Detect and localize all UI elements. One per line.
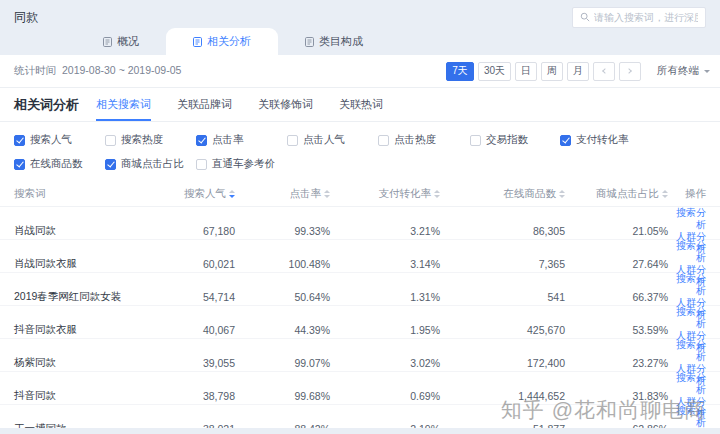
cell-keyword: 肖战同款衣服 <box>14 257 179 271</box>
filter-option[interactable]: 在线商品数 <box>14 157 105 171</box>
column-header: 搜索词 <box>14 187 179 201</box>
cell-actions: 搜索分析人群分析 <box>668 405 706 428</box>
range-button-4[interactable]: 周 <box>541 62 563 81</box>
filter-option[interactable]: 交易指数 <box>470 133 560 147</box>
checkbox[interactable] <box>196 159 207 170</box>
column-header: 搜索人气 <box>179 187 235 201</box>
section-nav: 相关词分析 相关搜索词关联品牌词关联修饰词关联热词 <box>0 88 720 122</box>
cell-search-popularity: 67,180 <box>179 225 235 237</box>
cell-pay-conversion: 3.21% <box>330 225 440 237</box>
column-label: 商城点击占比 <box>596 187 659 199</box>
filter-label: 点击人气 <box>303 133 345 147</box>
cell-mall-click-share: 62.86% <box>565 423 668 428</box>
column-header: 支付转化率 <box>330 187 440 201</box>
next-page-button[interactable] <box>619 62 641 81</box>
tab-related-analysis[interactable]: 相关分析 <box>166 28 278 55</box>
cell-search-popularity: 39,055 <box>179 357 235 369</box>
stat-time-label: 统计时间 <box>14 64 56 78</box>
filter-option[interactable]: 点击率 <box>196 133 287 147</box>
header-tab-label: 类目构成 <box>319 34 363 49</box>
page-title: 同款 <box>14 9 38 26</box>
section-title: 相关词分析 <box>14 96 79 114</box>
header-tab-label: 相关分析 <box>207 34 251 49</box>
filter-label: 点击率 <box>212 133 244 147</box>
checkbox[interactable] <box>378 135 389 146</box>
checkbox[interactable] <box>14 135 25 146</box>
cell-keyword: 王一博同款 <box>14 422 179 428</box>
table-header: 搜索词搜索人气点击率支付转化率在线商品数商城点击占比操作 <box>0 181 720 207</box>
checkbox[interactable] <box>14 159 25 170</box>
range-button-3[interactable]: 日 <box>515 62 537 81</box>
search-analysis-link[interactable]: 搜索分析 <box>668 405 706 428</box>
page: 同款 概况相关分析类目构成 统计时间 2019-08-30 ~ 2019-09-… <box>0 0 720 434</box>
column-header: 操作 <box>668 187 706 201</box>
checkbox[interactable] <box>196 135 207 146</box>
search-analysis-link[interactable]: 搜索分析 <box>668 240 706 264</box>
cell-click-rate: 99.07% <box>235 357 330 369</box>
filter-option[interactable]: 点击热度 <box>378 133 470 147</box>
cell-online-products: 1,444,652 <box>440 390 565 402</box>
checkbox[interactable] <box>105 135 116 146</box>
column-label: 操作 <box>685 187 706 199</box>
cell-keyword: 肖战同款 <box>14 224 179 238</box>
tab-related-brand-words[interactable]: 关联品牌词 <box>177 88 232 121</box>
cell-search-popularity: 38,798 <box>179 390 235 402</box>
prev-page-button[interactable] <box>593 62 615 81</box>
range-button-5[interactable]: 月 <box>567 62 589 81</box>
filter-label: 搜索热度 <box>121 133 163 147</box>
search-analysis-link[interactable]: 搜索分析 <box>668 372 706 396</box>
cell-pay-conversion: 2.19% <box>330 423 440 428</box>
search-analysis-link[interactable]: 搜索分析 <box>668 273 706 297</box>
cell-pay-conversion: 3.14% <box>330 258 440 270</box>
column-label: 搜索人气 <box>184 187 226 199</box>
search-box <box>572 7 706 28</box>
checkbox[interactable] <box>287 135 298 146</box>
toolbar: 统计时间 2019-08-30 ~ 2019-09-05 7天30天日周月 所有… <box>0 55 720 88</box>
terminal-select[interactable]: 所有终端 <box>657 64 710 78</box>
header-tab-label: 概况 <box>117 34 139 49</box>
cell-click-rate: 50.64% <box>235 291 330 303</box>
checkbox[interactable] <box>470 135 481 146</box>
range-button-1[interactable]: 7天 <box>446 62 474 81</box>
chevron-right-icon <box>626 68 632 74</box>
filter-option[interactable]: 直通车参考价 <box>196 157 287 171</box>
table-row: 杨紫同款39,05599.07%3.02%172,40023.27%搜索分析人群… <box>0 339 720 372</box>
filter-option[interactable]: 支付转化率 <box>560 133 706 147</box>
search-analysis-link[interactable]: 搜索分析 <box>668 306 706 330</box>
search-analysis-link[interactable]: 搜索分析 <box>668 207 706 231</box>
cell-online-products: 51,877 <box>440 423 565 428</box>
tab-related-search-words[interactable]: 相关搜索词 <box>96 88 151 121</box>
filter-option[interactable]: 搜索热度 <box>105 133 196 147</box>
cell-online-products: 172,400 <box>440 357 565 369</box>
cell-mall-click-share: 27.64% <box>565 258 668 270</box>
table-body: 肖战同款67,18099.33%3.21%86,30521.05%搜索分析人群分… <box>0 207 720 428</box>
filter-option[interactable]: 商城点击占比 <box>105 157 196 171</box>
cell-online-products: 425,670 <box>440 324 565 336</box>
search-analysis-link[interactable]: 搜索分析 <box>668 339 706 363</box>
cell-mall-click-share: 66.37% <box>565 291 668 303</box>
filter-option[interactable]: 搜索人气 <box>14 133 105 147</box>
column-label: 点击率 <box>290 187 322 199</box>
tab-related-modifier-words[interactable]: 关联修饰词 <box>258 88 313 121</box>
search-input[interactable] <box>594 12 698 23</box>
cell-mall-click-share: 53.59% <box>565 324 668 336</box>
filter-label: 在线商品数 <box>30 157 83 171</box>
table-row: 肖战同款67,18099.33%3.21%86,30521.05%搜索分析人群分… <box>0 207 720 240</box>
filter-label: 点击热度 <box>394 133 436 147</box>
tab-related-hot-words[interactable]: 关联热词 <box>339 88 383 121</box>
cell-keyword: 2019春季网红同款女装 <box>14 290 179 304</box>
table-row: 王一博同款38,02188.42%2.19%51,87762.86%搜索分析人群… <box>0 405 720 428</box>
stat-time: 统计时间 2019-08-30 ~ 2019-09-05 <box>14 64 181 78</box>
filter-option[interactable]: 点击人气 <box>287 133 378 147</box>
tab-overview[interactable]: 概况 <box>76 28 166 55</box>
range-button-2[interactable]: 30天 <box>478 62 511 81</box>
keywords-table: 搜索词搜索人气点击率支付转化率在线商品数商城点击占比操作 肖战同款67,1809… <box>0 181 720 428</box>
document-icon <box>305 37 314 47</box>
cell-pay-conversion: 1.31% <box>330 291 440 303</box>
checkbox[interactable] <box>105 159 116 170</box>
cell-click-rate: 100.48% <box>235 258 330 270</box>
tab-category-composition[interactable]: 类目构成 <box>278 28 390 55</box>
table-row: 抖音同款衣服40,06744.39%1.95%425,67053.59%搜索分析… <box>0 306 720 339</box>
cell-online-products: 86,305 <box>440 225 565 237</box>
checkbox[interactable] <box>560 135 571 146</box>
